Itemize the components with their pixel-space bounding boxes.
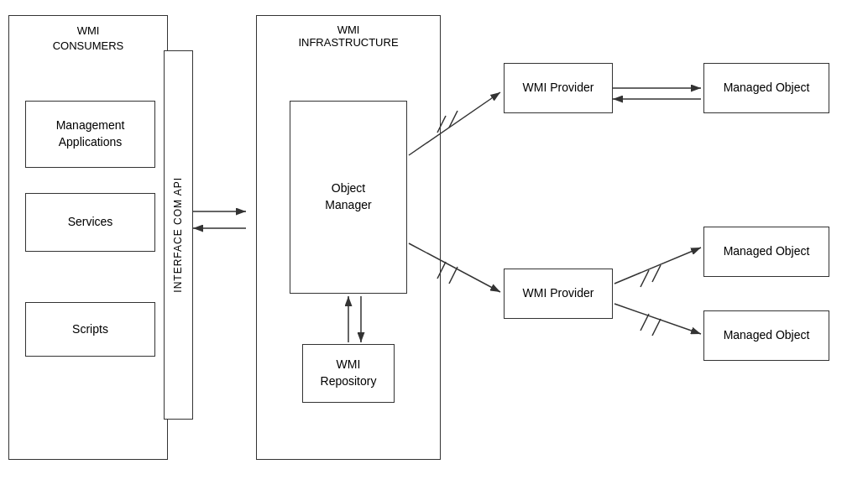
slash-bottom-down-1: [641, 314, 649, 331]
interface-com-api-box: INTERFACE COM API: [164, 50, 193, 420]
object-manager-label: Object Manager: [325, 180, 371, 213]
slash-bottom-down-2: [652, 319, 661, 336]
slash-mid-up-1: [641, 270, 649, 287]
slash-top-2: [449, 111, 458, 128]
managed-object-mid-box: Managed Object: [703, 227, 829, 277]
diagram: WMI CONSUMERS INTERFACE COM API Manageme…: [0, 0, 868, 485]
services-box: Services: [25, 193, 155, 252]
wmi-provider-top-label: WMI Provider: [523, 80, 594, 96]
wmi-provider-bottom-box: WMI Provider: [504, 269, 613, 319]
services-label: Services: [68, 214, 113, 231]
wmi-provider-top-box: WMI Provider: [504, 63, 613, 113]
wmi-repository-box: WMI Repository: [302, 344, 395, 403]
wmi-provider-bottom-label: WMI Provider: [523, 285, 594, 302]
managed-object-bottom-box: Managed Object: [703, 310, 829, 361]
managed-object-mid-label: Managed Object: [724, 243, 810, 260]
slash-bottom-2: [449, 267, 458, 284]
management-applications-box: Management Applications: [25, 101, 155, 168]
arrow-provider-bottom-to-managed-mid: [614, 248, 701, 284]
scripts-label: Scripts: [72, 321, 108, 338]
slash-mid-up-2: [652, 265, 661, 282]
managed-object-top-box: Managed Object: [703, 63, 829, 113]
management-applications-label: Management Applications: [56, 117, 125, 150]
scripts-box: Scripts: [25, 302, 155, 357]
wmi-repository-label: WMI Repository: [321, 357, 377, 389]
arrow-provider-bottom-to-managed-bottom: [614, 304, 701, 334]
managed-object-top-label: Managed Object: [724, 80, 810, 96]
managed-object-bottom-label: Managed Object: [724, 327, 810, 344]
object-manager-box: Object Manager: [290, 101, 407, 294]
interface-label: INTERFACE COM API: [171, 177, 186, 293]
